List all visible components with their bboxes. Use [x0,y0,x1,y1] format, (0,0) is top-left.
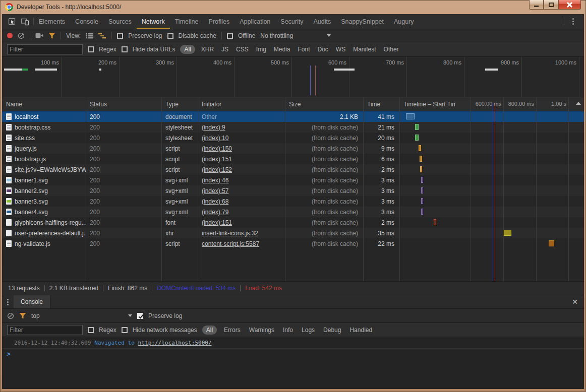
network-filter-input[interactable] [7,44,83,54]
maximize-button[interactable] [544,0,558,10]
table-row[interactable]: bootstrap.js 200 script (index):151 (fro… [2,154,584,164]
resource-type-filter-css[interactable]: CSS [235,46,250,53]
table-row[interactable]: jquery.js 200 script (index):150 (from d… [2,143,584,154]
tab-augury[interactable]: Augury [389,14,419,29]
initiator-link[interactable]: content-script.js:5587 [202,240,259,247]
initiator-link[interactable]: (index):79 [202,209,228,216]
regex-checkbox[interactable] [88,46,94,52]
initiator-link[interactable]: (index):68 [202,198,228,205]
preserve-log-checkbox[interactable] [117,33,123,39]
console-prompt[interactable]: > [2,349,584,359]
console-level-filter-debug[interactable]: Debug [322,326,342,334]
console-level-filter-warnings[interactable]: Warnings [248,326,276,334]
throttling-select[interactable]: No throttling [260,32,331,39]
console-level-filter-logs[interactable]: Logs [300,326,316,334]
initiator-link[interactable]: (index):10 [202,135,228,142]
disable-cache-checkbox[interactable] [167,33,173,39]
console-preserve-log-checkbox[interactable] [137,313,143,319]
minimize-button[interactable] [529,0,544,10]
tab-elements[interactable]: Elements [34,14,70,29]
resource-type-filter-xhr[interactable]: XHR [200,46,215,53]
console-level-filter-errors[interactable]: Errors [222,326,242,334]
table-row[interactable]: banner4.svg 200 svg+xml (index):79 (from… [2,207,584,217]
drawer-close-icon[interactable]: ✕ [566,298,584,306]
list-view-icon[interactable] [86,33,93,39]
resource-type-filter-doc[interactable]: Doc [316,46,330,53]
table-row[interactable]: glyphicons-halflings-regu... 200 font (i… [2,217,584,228]
table-row[interactable]: banner1.svg 200 svg+xml (index):46 (from… [2,175,584,185]
initiator-link[interactable]: (index):151 [202,219,232,226]
regex-label[interactable]: Regex [99,46,116,53]
tab-audits[interactable]: Audits [308,14,336,29]
console-regex-checkbox[interactable] [88,327,94,333]
column-header-name[interactable]: Name [2,97,86,111]
table-row[interactable]: ng-validate.js 200 script content-script… [2,238,584,249]
console-level-filter-info[interactable]: Info [281,326,295,334]
tab-snappysnippet[interactable]: SnappySnippet [336,14,389,29]
device-toolbar-icon[interactable] [21,18,29,26]
initiator-link[interactable]: (index):150 [202,145,232,152]
offline-label[interactable]: Offline [238,32,255,39]
tab-security[interactable]: Security [275,14,308,29]
resource-type-filter-manifest[interactable]: Manifest [351,46,377,53]
resource-type-filter-ws[interactable]: WS [334,46,347,53]
tab-console[interactable]: Console [70,14,103,29]
hide-network-messages-label[interactable]: Hide network messages [133,326,197,334]
initiator-link[interactable]: Other [202,113,217,120]
resource-type-filter-font[interactable]: Font [297,46,312,53]
waterfall-view-icon[interactable] [98,33,106,39]
execution-context-select[interactable]: top [31,312,132,319]
inspect-element-icon[interactable] [8,18,16,26]
table-row[interactable]: banner2.svg 200 svg+xml (index):57 (from… [2,185,584,196]
console-filter-input[interactable] [7,325,83,335]
tab-sources[interactable]: Sources [103,14,137,29]
hide-network-messages-checkbox[interactable] [122,327,128,333]
resource-type-filter-js[interactable]: JS [220,46,230,53]
table-row[interactable]: localhost 200 document Other 2.1 KB 41 m… [2,111,584,122]
table-row[interactable]: site.js?v=EWaMeWsJBYW... 200 script (ind… [2,164,584,175]
column-header-type[interactable]: Type [161,97,198,111]
column-header-time[interactable]: Time [363,97,399,111]
drawer-menu-icon[interactable] [2,298,14,306]
offline-checkbox[interactable] [227,33,233,39]
tab-profiles[interactable]: Profiles [203,14,235,29]
table-row[interactable]: user-preferences-default.j... 200 xhr in… [2,228,584,238]
preserve-log-label[interactable]: Preserve log [128,32,162,39]
tab-network[interactable]: Network [137,14,170,29]
tab-timeline[interactable]: Timeline [170,14,204,29]
resource-type-filter-media[interactable]: Media [272,46,292,53]
table-row[interactable]: banner3.svg 200 svg+xml (index):68 (from… [2,196,584,207]
resource-type-filter-other[interactable]: Other [382,46,400,53]
initiator-link[interactable]: (index):46 [202,177,228,184]
column-header-initiator[interactable]: Initiator [198,97,285,111]
hide-data-urls-label[interactable]: Hide data URLs [133,46,175,53]
column-header-status[interactable]: Status [86,97,161,111]
network-overview[interactable]: 100 ms200 ms300 ms400 ms500 ms600 ms700 … [2,57,584,97]
column-header-timeline[interactable]: Timeline – Start Time [399,97,455,111]
console-preserve-log-label[interactable]: Preserve log [148,312,182,319]
disable-cache-label[interactable]: Disable cache [179,32,216,39]
initiator-link[interactable]: (index):151 [202,156,232,163]
record-button[interactable] [7,33,13,38]
console-level-filter-all[interactable]: All [202,325,217,335]
console-filter-funnel-icon[interactable] [19,312,26,319]
tab-console-drawer[interactable]: Console [14,295,50,308]
initiator-link[interactable]: (index):57 [202,187,228,194]
initiator-link[interactable]: insert-link-icons.js:32 [202,230,258,237]
resource-type-filter-img[interactable]: Img [255,46,268,53]
initiator-link[interactable]: (index):152 [202,166,232,173]
table-row[interactable]: site.css 200 stylesheet (index):10 (from… [2,133,584,143]
clear-icon[interactable] [18,32,25,39]
screenshot-camera-icon[interactable] [35,32,43,39]
resource-type-filter-all[interactable]: All [180,45,195,54]
console-level-filter-handled[interactable]: Handled [348,326,374,334]
log-link[interactable]: http://localhost:5000/ [138,340,212,346]
more-options-icon[interactable] [569,17,577,26]
hide-data-urls-checkbox[interactable] [122,46,128,52]
console-clear-icon[interactable] [7,312,14,319]
column-header-size[interactable]: Size [285,97,363,111]
close-button[interactable] [558,0,581,10]
table-row[interactable]: bootstrap.css 200 stylesheet (index):9 (… [2,122,584,133]
console-regex-label[interactable]: Regex [99,326,116,334]
initiator-link[interactable]: (index):9 [202,124,225,131]
